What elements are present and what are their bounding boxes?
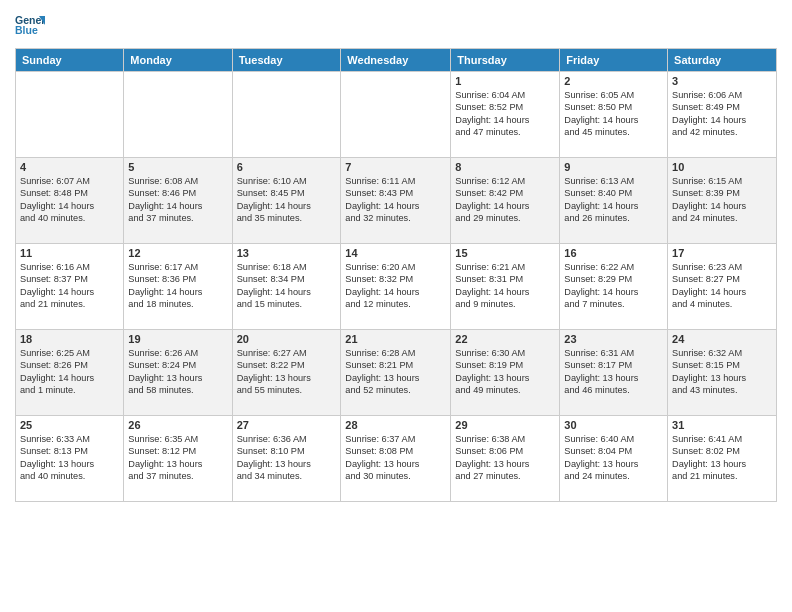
- calendar-cell: 26Sunrise: 6:35 AMSunset: 8:12 PMDayligh…: [124, 416, 232, 502]
- day-info: Sunrise: 6:07 AMSunset: 8:48 PMDaylight:…: [20, 175, 119, 225]
- day-info: Sunrise: 6:04 AMSunset: 8:52 PMDaylight:…: [455, 89, 555, 139]
- day-number: 11: [20, 247, 119, 259]
- calendar-cell: 4Sunrise: 6:07 AMSunset: 8:48 PMDaylight…: [16, 158, 124, 244]
- calendar-cell: [124, 72, 232, 158]
- calendar-cell: [341, 72, 451, 158]
- calendar-cell: 5Sunrise: 6:08 AMSunset: 8:46 PMDaylight…: [124, 158, 232, 244]
- calendar-cell: 25Sunrise: 6:33 AMSunset: 8:13 PMDayligh…: [16, 416, 124, 502]
- header-day-friday: Friday: [560, 49, 668, 72]
- calendar-cell: 18Sunrise: 6:25 AMSunset: 8:26 PMDayligh…: [16, 330, 124, 416]
- day-number: 15: [455, 247, 555, 259]
- day-info: Sunrise: 6:10 AMSunset: 8:45 PMDaylight:…: [237, 175, 337, 225]
- day-info: Sunrise: 6:41 AMSunset: 8:02 PMDaylight:…: [672, 433, 772, 483]
- day-info: Sunrise: 6:35 AMSunset: 8:12 PMDaylight:…: [128, 433, 227, 483]
- day-info: Sunrise: 6:26 AMSunset: 8:24 PMDaylight:…: [128, 347, 227, 397]
- day-number: 12: [128, 247, 227, 259]
- day-info: Sunrise: 6:40 AMSunset: 8:04 PMDaylight:…: [564, 433, 663, 483]
- calendar-cell: 14Sunrise: 6:20 AMSunset: 8:32 PMDayligh…: [341, 244, 451, 330]
- day-info: Sunrise: 6:17 AMSunset: 8:36 PMDaylight:…: [128, 261, 227, 311]
- day-number: 31: [672, 419, 772, 431]
- day-info: Sunrise: 6:15 AMSunset: 8:39 PMDaylight:…: [672, 175, 772, 225]
- header-row: SundayMondayTuesdayWednesdayThursdayFrid…: [16, 49, 777, 72]
- day-info: Sunrise: 6:31 AMSunset: 8:17 PMDaylight:…: [564, 347, 663, 397]
- day-number: 21: [345, 333, 446, 345]
- calendar-page: General Blue SundayMondayTuesdayWednesda…: [0, 0, 792, 612]
- calendar-cell: 2Sunrise: 6:05 AMSunset: 8:50 PMDaylight…: [560, 72, 668, 158]
- header-day-monday: Monday: [124, 49, 232, 72]
- day-number: 9: [564, 161, 663, 173]
- calendar-cell: 12Sunrise: 6:17 AMSunset: 8:36 PMDayligh…: [124, 244, 232, 330]
- header: General Blue: [15, 10, 777, 40]
- calendar-cell: 15Sunrise: 6:21 AMSunset: 8:31 PMDayligh…: [451, 244, 560, 330]
- day-number: 13: [237, 247, 337, 259]
- day-number: 8: [455, 161, 555, 173]
- calendar-week-1: 4Sunrise: 6:07 AMSunset: 8:48 PMDaylight…: [16, 158, 777, 244]
- day-info: Sunrise: 6:08 AMSunset: 8:46 PMDaylight:…: [128, 175, 227, 225]
- calendar-cell: 6Sunrise: 6:10 AMSunset: 8:45 PMDaylight…: [232, 158, 341, 244]
- day-info: Sunrise: 6:21 AMSunset: 8:31 PMDaylight:…: [455, 261, 555, 311]
- calendar-cell: 8Sunrise: 6:12 AMSunset: 8:42 PMDaylight…: [451, 158, 560, 244]
- day-info: Sunrise: 6:38 AMSunset: 8:06 PMDaylight:…: [455, 433, 555, 483]
- calendar-cell: 22Sunrise: 6:30 AMSunset: 8:19 PMDayligh…: [451, 330, 560, 416]
- calendar-header: SundayMondayTuesdayWednesdayThursdayFrid…: [16, 49, 777, 72]
- day-info: Sunrise: 6:05 AMSunset: 8:50 PMDaylight:…: [564, 89, 663, 139]
- day-info: Sunrise: 6:20 AMSunset: 8:32 PMDaylight:…: [345, 261, 446, 311]
- calendar-week-0: 1Sunrise: 6:04 AMSunset: 8:52 PMDaylight…: [16, 72, 777, 158]
- calendar-week-4: 25Sunrise: 6:33 AMSunset: 8:13 PMDayligh…: [16, 416, 777, 502]
- header-day-tuesday: Tuesday: [232, 49, 341, 72]
- day-info: Sunrise: 6:36 AMSunset: 8:10 PMDaylight:…: [237, 433, 337, 483]
- day-info: Sunrise: 6:28 AMSunset: 8:21 PMDaylight:…: [345, 347, 446, 397]
- day-info: Sunrise: 6:12 AMSunset: 8:42 PMDaylight:…: [455, 175, 555, 225]
- day-number: 27: [237, 419, 337, 431]
- calendar-cell: 24Sunrise: 6:32 AMSunset: 8:15 PMDayligh…: [668, 330, 777, 416]
- logo-icon: General Blue: [15, 10, 45, 40]
- calendar-week-3: 18Sunrise: 6:25 AMSunset: 8:26 PMDayligh…: [16, 330, 777, 416]
- calendar-cell: [232, 72, 341, 158]
- calendar-cell: 1Sunrise: 6:04 AMSunset: 8:52 PMDaylight…: [451, 72, 560, 158]
- header-day-wednesday: Wednesday: [341, 49, 451, 72]
- day-info: Sunrise: 6:23 AMSunset: 8:27 PMDaylight:…: [672, 261, 772, 311]
- day-info: Sunrise: 6:22 AMSunset: 8:29 PMDaylight:…: [564, 261, 663, 311]
- day-info: Sunrise: 6:25 AMSunset: 8:26 PMDaylight:…: [20, 347, 119, 397]
- calendar-cell: 19Sunrise: 6:26 AMSunset: 8:24 PMDayligh…: [124, 330, 232, 416]
- calendar-cell: 10Sunrise: 6:15 AMSunset: 8:39 PMDayligh…: [668, 158, 777, 244]
- day-info: Sunrise: 6:18 AMSunset: 8:34 PMDaylight:…: [237, 261, 337, 311]
- day-number: 19: [128, 333, 227, 345]
- header-day-thursday: Thursday: [451, 49, 560, 72]
- day-info: Sunrise: 6:33 AMSunset: 8:13 PMDaylight:…: [20, 433, 119, 483]
- day-number: 17: [672, 247, 772, 259]
- day-number: 1: [455, 75, 555, 87]
- calendar-cell: 9Sunrise: 6:13 AMSunset: 8:40 PMDaylight…: [560, 158, 668, 244]
- day-number: 24: [672, 333, 772, 345]
- day-number: 30: [564, 419, 663, 431]
- calendar-cell: 23Sunrise: 6:31 AMSunset: 8:17 PMDayligh…: [560, 330, 668, 416]
- day-number: 7: [345, 161, 446, 173]
- day-number: 14: [345, 247, 446, 259]
- svg-text:Blue: Blue: [15, 24, 38, 36]
- day-info: Sunrise: 6:37 AMSunset: 8:08 PMDaylight:…: [345, 433, 446, 483]
- day-info: Sunrise: 6:13 AMSunset: 8:40 PMDaylight:…: [564, 175, 663, 225]
- calendar-cell: 27Sunrise: 6:36 AMSunset: 8:10 PMDayligh…: [232, 416, 341, 502]
- day-info: Sunrise: 6:11 AMSunset: 8:43 PMDaylight:…: [345, 175, 446, 225]
- logo: General Blue: [15, 10, 49, 40]
- day-number: 25: [20, 419, 119, 431]
- day-info: Sunrise: 6:30 AMSunset: 8:19 PMDaylight:…: [455, 347, 555, 397]
- calendar-cell: 16Sunrise: 6:22 AMSunset: 8:29 PMDayligh…: [560, 244, 668, 330]
- calendar-cell: 7Sunrise: 6:11 AMSunset: 8:43 PMDaylight…: [341, 158, 451, 244]
- day-number: 16: [564, 247, 663, 259]
- calendar-table: SundayMondayTuesdayWednesdayThursdayFrid…: [15, 48, 777, 502]
- day-number: 29: [455, 419, 555, 431]
- day-number: 18: [20, 333, 119, 345]
- calendar-cell: 21Sunrise: 6:28 AMSunset: 8:21 PMDayligh…: [341, 330, 451, 416]
- calendar-cell: 20Sunrise: 6:27 AMSunset: 8:22 PMDayligh…: [232, 330, 341, 416]
- day-number: 4: [20, 161, 119, 173]
- day-number: 23: [564, 333, 663, 345]
- day-info: Sunrise: 6:16 AMSunset: 8:37 PMDaylight:…: [20, 261, 119, 311]
- header-day-sunday: Sunday: [16, 49, 124, 72]
- day-number: 3: [672, 75, 772, 87]
- day-number: 10: [672, 161, 772, 173]
- calendar-cell: [16, 72, 124, 158]
- day-number: 20: [237, 333, 337, 345]
- day-info: Sunrise: 6:06 AMSunset: 8:49 PMDaylight:…: [672, 89, 772, 139]
- calendar-cell: 28Sunrise: 6:37 AMSunset: 8:08 PMDayligh…: [341, 416, 451, 502]
